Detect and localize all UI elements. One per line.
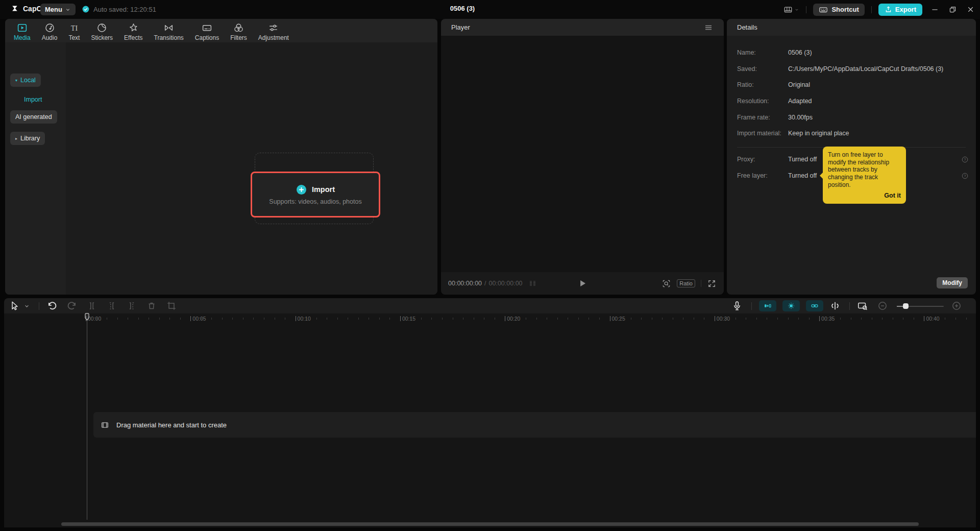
player-title: Player — [451, 23, 470, 31]
detail-label: Ratio: — [737, 81, 788, 88]
playhead-handle[interactable] — [84, 313, 90, 322]
caret-down-icon: ▾ — [15, 78, 17, 83]
tab-captions[interactable]: Captions — [189, 21, 225, 42]
zoom-in-icon[interactable] — [951, 300, 962, 311]
plus-circle-icon — [296, 184, 307, 195]
sidebar-item-label: AI generated — [15, 113, 52, 120]
caret-right-icon: ▸ — [15, 136, 17, 141]
trim-right-icon[interactable] — [126, 300, 137, 311]
sidebar-item-label: Import — [24, 96, 42, 103]
tab-text[interactable]: TIText — [63, 21, 85, 42]
detail-label: Free layer: — [737, 172, 788, 179]
ripple-toggle-icon[interactable] — [759, 300, 776, 311]
divider — [751, 302, 752, 310]
import-label: Import — [312, 185, 335, 194]
capcut-logo-icon — [11, 4, 20, 13]
preview-axis-icon[interactable] — [829, 300, 841, 311]
ratio-button[interactable]: Ratio — [677, 279, 695, 287]
modify-button[interactable]: Modify — [937, 277, 968, 288]
ruler-tick-minor — [264, 318, 264, 320]
fullscreen-icon[interactable] — [707, 279, 717, 288]
frames-icon[interactable] — [528, 278, 538, 288]
filters-icon — [233, 22, 244, 33]
playhead-line[interactable] — [87, 314, 87, 520]
ruler-tick-major: 00:20 — [505, 316, 520, 321]
ruler-tick-minor — [431, 318, 432, 320]
ruler-tick-label: 00:40 — [926, 316, 939, 321]
split-icon[interactable] — [86, 300, 97, 311]
shortcut-button[interactable]: Shortcut — [813, 4, 864, 16]
ruler-tick-minor — [589, 318, 589, 320]
detail-value: 30.00fps — [788, 114, 966, 121]
crop-icon[interactable] — [166, 300, 177, 311]
sidebar-item-import[interactable]: Import — [10, 93, 47, 106]
details-row-saved-: Saved:C:/Users/MyPC/AppData/Local/CapCut… — [737, 61, 966, 77]
tab-media[interactable]: Media — [8, 21, 36, 42]
stickers-icon — [96, 22, 107, 33]
empty-track-hint[interactable]: Drag material here and start to create — [93, 412, 976, 438]
import-button[interactable]: Import — [296, 184, 335, 195]
undo-icon[interactable] — [46, 300, 58, 311]
timeline-ruler[interactable]: 00:0000:0500:1000:1500:2000:2500:3000:35… — [4, 314, 976, 325]
got-it-button[interactable]: Got it — [828, 192, 901, 200]
ruler-tick-label: 00:25 — [612, 316, 625, 321]
hamburger-icon[interactable] — [703, 22, 714, 33]
ruler-tick-minor — [159, 318, 160, 320]
redo-icon[interactable] — [66, 300, 78, 311]
ruler-tick-minor — [337, 318, 338, 320]
tab-label: Stickers — [91, 34, 113, 41]
link-toggle-icon[interactable] — [806, 300, 823, 311]
player-viewport — [441, 36, 724, 272]
timeline-toolbar — [4, 298, 976, 313]
question-circle-icon[interactable]: ? — [961, 172, 969, 180]
zoom-out-icon[interactable] — [877, 300, 888, 311]
ruler-tick-minor — [222, 318, 223, 320]
ruler-tick-minor — [872, 318, 872, 320]
sidebar-item-ai-generated[interactable]: AI generated — [10, 110, 57, 124]
detail-label: Name: — [737, 49, 788, 56]
timeline-zoom-slider[interactable] — [897, 302, 944, 309]
details-row-import-material-: Import material:Keep in original place — [737, 125, 966, 141]
restore-button[interactable] — [947, 4, 958, 15]
play-button[interactable] — [577, 278, 588, 289]
delete-icon[interactable] — [146, 300, 157, 311]
adapt-icon[interactable] — [857, 300, 868, 311]
ruler-tick-minor — [788, 318, 789, 320]
sidebar-item-local[interactable]: ▾Local — [10, 74, 41, 87]
minimize-button[interactable] — [929, 4, 940, 15]
ruler-tick-minor — [128, 318, 128, 320]
menu-button[interactable]: Menu — [40, 4, 76, 15]
tab-effects[interactable]: Effects — [118, 21, 148, 42]
tab-label: Media — [14, 34, 31, 41]
question-circle-icon[interactable]: ? — [961, 156, 969, 163]
layout-switch-button[interactable] — [783, 5, 799, 14]
tab-label: Effects — [124, 34, 142, 41]
media-sidebar: ▾LocalImportAI generated▸Library — [5, 42, 66, 295]
close-button[interactable] — [965, 4, 976, 15]
zoom-fit-icon[interactable] — [662, 279, 671, 288]
horizontal-scrollbar[interactable] — [61, 522, 919, 526]
sidebar-item-library[interactable]: ▸Library — [10, 132, 45, 145]
cursor-icon[interactable] — [9, 300, 20, 311]
tab-label: Captions — [195, 34, 219, 41]
detail-value: 0506 (3) — [788, 49, 966, 56]
zoom-slider-knob[interactable] — [903, 303, 909, 309]
ruler-tick-minor — [442, 318, 443, 320]
tab-audio[interactable]: Audio — [36, 21, 63, 42]
details-header: Details — [727, 19, 976, 36]
ruler-tick-minor — [830, 318, 830, 320]
tab-filters[interactable]: Filters — [225, 21, 253, 42]
magnet-toggle-icon[interactable] — [782, 300, 800, 311]
trim-left-icon[interactable] — [106, 300, 117, 311]
tab-transitions[interactable]: Transitions — [149, 21, 189, 42]
ruler-tick-label: 00:15 — [402, 316, 415, 321]
import-box-highlighted[interactable]: Import Supports: videos, audios, photos — [251, 172, 380, 218]
autosave-status: Auto saved: 12:20:51 — [82, 5, 156, 13]
tab-adjustment[interactable]: Adjustment — [253, 21, 295, 42]
captions-icon — [202, 22, 212, 33]
tab-stickers[interactable]: Stickers — [85, 21, 118, 42]
keyboard-icon — [819, 5, 828, 14]
export-button[interactable]: Export — [878, 4, 922, 16]
mic-icon[interactable] — [731, 300, 743, 311]
chevron-down-icon[interactable] — [23, 303, 30, 309]
